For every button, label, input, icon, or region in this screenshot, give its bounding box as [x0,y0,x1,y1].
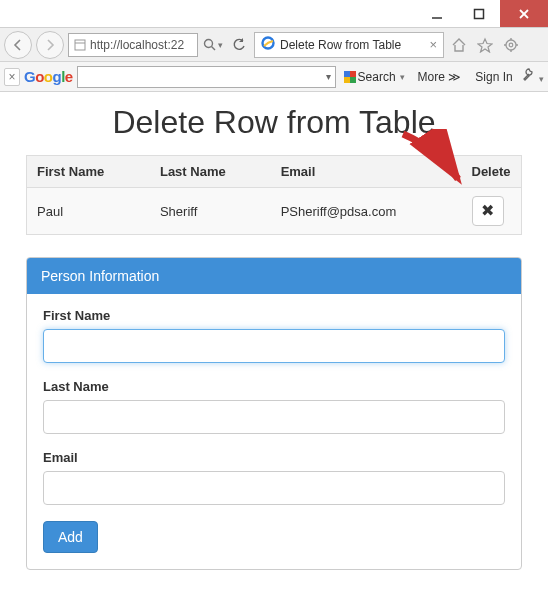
cell-email: PSheriff@pdsa.com [271,188,462,235]
page-title: Delete Row from Table [26,104,522,141]
address-bar[interactable]: http://localhost:22 [68,33,198,57]
google-search-label: Search [358,70,396,84]
minimize-button[interactable] [416,0,458,27]
favorites-icon[interactable] [474,34,496,56]
browser-nav-row: http://localhost:22 ▾ Delete Row from Ta… [0,28,548,62]
col-delete: Delete [462,156,522,188]
address-bar-text: http://localhost:22 [90,38,184,52]
first-name-label: First Name [43,308,505,323]
svg-rect-14 [344,71,350,77]
google-search-input[interactable]: ▾ [77,66,336,88]
tab-title: Delete Row from Table [280,38,424,52]
google-toolbar: × Google ▾ Search ▾ More ≫ Sign In ▾ [0,62,548,92]
svg-rect-1 [475,9,484,18]
svg-rect-4 [75,40,85,50]
cell-last-name: Sheriff [150,188,271,235]
svg-rect-16 [344,77,350,83]
svg-rect-15 [350,71,356,77]
google-logo: Google [24,68,73,85]
maximize-button[interactable] [458,0,500,27]
forward-button[interactable] [36,31,64,59]
window-titlebar [0,0,548,28]
col-email: Email [271,156,462,188]
back-button[interactable] [4,31,32,59]
tools-icon[interactable] [500,34,522,56]
home-icon[interactable] [448,34,470,56]
close-icon: ✖ [481,203,494,219]
tab-close-icon[interactable]: × [429,37,437,52]
table-row: Paul Sheriff PSheriff@pdsa.com ✖ [27,188,522,235]
google-search-button[interactable]: Search ▾ [340,70,409,84]
first-name-input[interactable] [43,329,505,363]
panel-heading: Person Information [27,258,521,294]
cell-first-name: Paul [27,188,150,235]
svg-point-9 [509,43,513,47]
google-more-button[interactable]: More ≫ [413,70,467,84]
page-content: Delete Row from Table First Name Last Na… [0,92,548,586]
ie-icon [261,36,275,53]
chevron-down-icon[interactable]: ▾ [326,71,331,82]
last-name-input[interactable] [43,400,505,434]
toolbar-close-icon[interactable]: × [4,68,20,86]
svg-point-8 [506,40,516,50]
person-form-panel: Person Information First Name Last Name … [26,257,522,570]
email-input[interactable] [43,471,505,505]
google-signin-button[interactable]: Sign In [470,70,517,84]
people-table: First Name Last Name Email Delete Paul S… [26,155,522,235]
svg-point-5 [205,39,213,47]
wrench-icon[interactable]: ▾ [522,68,544,85]
delete-row-button[interactable]: ✖ [472,196,504,226]
refresh-button[interactable] [228,34,250,56]
col-first-name: First Name [27,156,150,188]
svg-rect-17 [350,77,356,83]
close-button[interactable] [500,0,548,27]
search-dropdown-icon[interactable]: ▾ [202,34,224,56]
email-label: Email [43,450,505,465]
browser-tab[interactable]: Delete Row from Table × [254,32,444,58]
col-last-name: Last Name [150,156,271,188]
add-button[interactable]: Add [43,521,98,553]
svg-line-6 [212,46,216,50]
last-name-label: Last Name [43,379,505,394]
